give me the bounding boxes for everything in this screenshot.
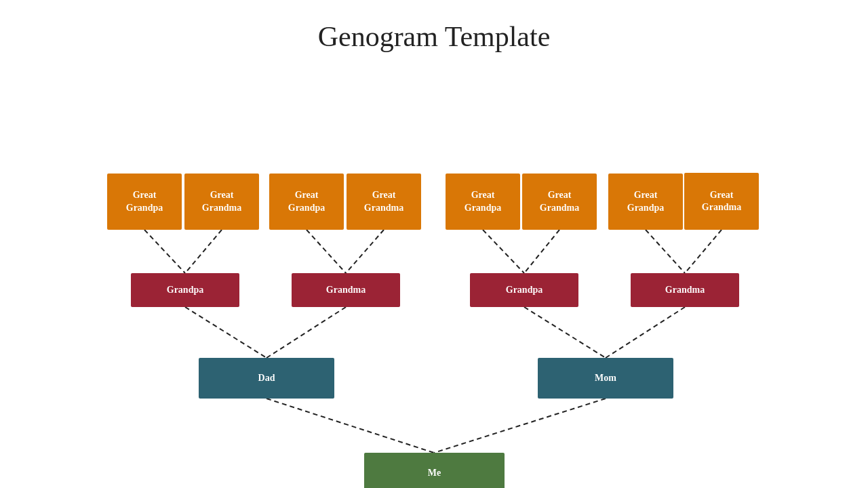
svg-line-8 — [185, 307, 267, 358]
svg-line-1 — [185, 230, 222, 273]
svg-line-9 — [267, 307, 346, 358]
diagram-container: GreatGrandpa GreatGrandma GreatGrandpa G… — [0, 60, 868, 488]
grandma-2: Grandma — [631, 273, 739, 307]
great-grandma-2: GreatGrandma — [347, 174, 421, 230]
grandpa-2: Grandpa — [470, 273, 578, 307]
svg-line-7 — [685, 230, 722, 273]
svg-line-4 — [483, 230, 524, 273]
svg-line-10 — [524, 307, 606, 358]
svg-line-6 — [646, 230, 685, 273]
great-grandpa-4: GreatGrandpa — [608, 174, 683, 230]
svg-line-5 — [524, 230, 559, 273]
svg-line-13 — [434, 399, 606, 453]
grandma-1: Grandma — [292, 273, 400, 307]
me: Me — [364, 453, 505, 488]
great-grandpa-3: GreatGrandpa — [446, 174, 520, 230]
great-grandma-3: GreatGrandma — [522, 174, 597, 230]
great-grandma-4: GreatGrandma — [684, 173, 759, 230]
svg-line-0 — [144, 230, 185, 273]
great-grandpa-1: GreatGrandpa — [107, 174, 182, 230]
great-grandpa-2: GreatGrandpa — [269, 174, 344, 230]
svg-line-2 — [307, 230, 346, 273]
mom: Mom — [538, 358, 673, 399]
great-grandma-1: GreatGrandma — [184, 174, 259, 230]
page-title: Genogram Template — [0, 0, 868, 53]
svg-line-3 — [346, 230, 384, 273]
grandpa-1: Grandpa — [131, 273, 239, 307]
svg-line-11 — [606, 307, 685, 358]
dad: Dad — [199, 358, 334, 399]
svg-line-12 — [267, 399, 434, 453]
